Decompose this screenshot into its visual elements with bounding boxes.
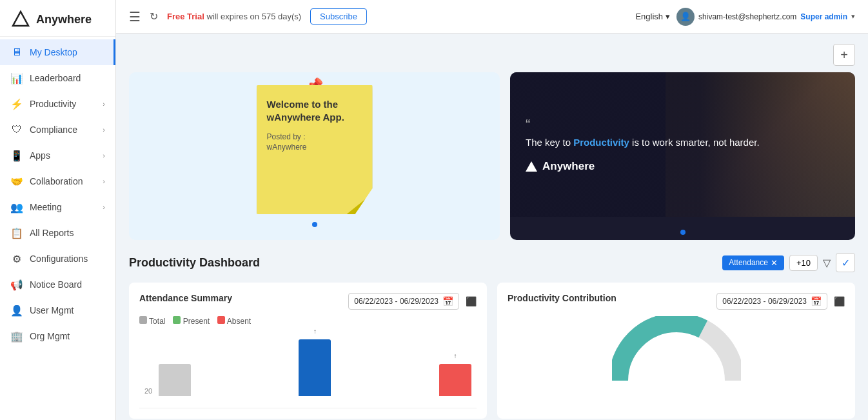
filter-tag-close[interactable]: ✕: [771, 258, 778, 268]
attendance-filter-tag[interactable]: Attendance ✕: [722, 255, 784, 270]
export-icon[interactable]: ⬛: [834, 296, 845, 306]
chevron-right-icon: ›: [103, 126, 105, 134]
apply-filter-button[interactable]: ✓: [836, 253, 855, 272]
legend-dot-present: [173, 316, 181, 324]
sidebar-item-label: My Desktop: [30, 47, 103, 57]
sidebar-item-apps[interactable]: 📱 Apps ›: [0, 143, 115, 168]
sidebar-item-leaderboard[interactable]: 📊 Leaderboard: [0, 65, 115, 91]
sidebar-item-label: Collaboration: [30, 176, 96, 186]
sticky-note: Welcome to the wAnywhere App. Posted by …: [257, 85, 373, 214]
avatar: 👤: [676, 8, 695, 26]
carousel-dot[interactable]: [680, 230, 686, 235]
user-email: shivam-test@shephertz.com: [698, 12, 796, 21]
chevron-down-icon: ▾: [666, 12, 670, 21]
productivity-icon: ⚡: [10, 97, 23, 110]
bar-chart-area: 20 ↑ ↑: [139, 331, 477, 408]
check-icon: ✓: [842, 257, 850, 269]
subscribe-button[interactable]: Subscribe: [310, 8, 367, 25]
sidebar-item-all-reports[interactable]: 📋 All Reports: [0, 220, 115, 246]
sidebar-item-label: User Mgmt: [30, 305, 105, 315]
notice-icon: 📢: [10, 278, 23, 291]
svg-marker-0: [13, 12, 28, 26]
carousel-dot[interactable]: [312, 222, 317, 227]
header: ☰ ↻ Free Trial will expires on 575 day(s…: [116, 0, 868, 34]
attendance-summary-card: Attendance Summary 06/22/2023 - 06/29/20…: [129, 283, 487, 419]
sidebar-item-compliance[interactable]: 🛡 Compliance ›: [0, 117, 115, 143]
attendance-date-range[interactable]: 06/22/2023 - 06/29/2023 📅: [348, 293, 459, 310]
sticky-author: wAnywhere: [267, 143, 362, 152]
sidebar-nav: 🖥 My Desktop 📊 Leaderboard ⚡ Productivit…: [0, 37, 115, 420]
panels-row: 📌 Welcome to the wAnywhere App. Posted b…: [129, 72, 855, 240]
sidebar-item-label: Productivity: [30, 99, 96, 109]
attendance-date-value: 06/22/2023 - 06/29/2023: [354, 297, 439, 306]
productivity-chart-title: Productivity Contribution: [508, 293, 616, 303]
sidebar-item-label: Notice Board: [30, 279, 105, 290]
legend-item-present: Present: [173, 316, 210, 326]
sidebar-item-label: Leaderboard: [30, 73, 105, 83]
menu-icon[interactable]: ☰: [129, 9, 141, 25]
sidebar-item-user-mgmt[interactable]: 👤 User Mgmt: [0, 297, 115, 323]
content-area: + 📌 Welcome to the wAnywhere App. Posted…: [116, 34, 868, 420]
language-label: English: [635, 12, 663, 21]
sticky-posted-by: Posted by :: [267, 132, 362, 141]
bar-group-3: ↑: [371, 364, 471, 396]
bar-total: [159, 364, 191, 396]
app-logo-text: Anywhere: [36, 13, 92, 26]
quote-open-mark: “: [526, 116, 840, 133]
sidebar-item-productivity[interactable]: ⚡ Productivity ›: [0, 91, 115, 117]
filter-more-count[interactable]: +10: [789, 255, 818, 271]
dashboard-title: Productivity Dashboard: [129, 256, 260, 270]
charts-row: Attendance Summary 06/22/2023 - 06/29/20…: [129, 283, 855, 419]
sidebar-item-meeting[interactable]: 👥 Meeting ›: [0, 194, 115, 220]
quote-text: The key to Productivity is to work smart…: [526, 135, 840, 150]
add-widget-button[interactable]: +: [833, 44, 855, 66]
bar-group-1: [159, 364, 259, 396]
legend-dot-total: [139, 316, 147, 324]
refresh-icon[interactable]: ↻: [150, 10, 158, 23]
chevron-right-icon: ›: [103, 177, 105, 185]
filter-tag-label: Attendance: [729, 258, 768, 267]
free-trial-label: Free Trial: [167, 12, 204, 21]
sidebar-item-collaboration[interactable]: 🤝 Collaboration ›: [0, 168, 115, 194]
donut-chart-area: [508, 316, 845, 387]
header-right: English ▾ 👤 shivam-test@shephertz.com Su…: [635, 8, 855, 26]
filter-icon[interactable]: ▽: [823, 257, 831, 269]
legend-item-absent: Absent: [217, 316, 251, 326]
desktop-icon: 🖥: [10, 46, 23, 59]
export-icon[interactable]: ⬛: [466, 296, 477, 306]
sidebar-item-label: Apps: [30, 150, 96, 161]
legend-dot-absent: [217, 316, 225, 324]
sidebar-item-label: Org Mgmt: [30, 331, 105, 341]
calendar-icon[interactable]: 📅: [442, 296, 453, 306]
sidebar-item-label: Configurations: [30, 254, 105, 264]
y-axis-label: 20: [144, 387, 152, 395]
quote-carousel-dots: [680, 217, 686, 240]
sticky-note-container: 📌 Welcome to the wAnywhere App. Posted b…: [257, 85, 373, 214]
sidebar-item-configurations[interactable]: ⚙ Configurations: [0, 246, 115, 272]
sidebar-item-my-desktop[interactable]: 🖥 My Desktop: [0, 39, 115, 65]
productivity-date-range[interactable]: 06/22/2023 - 06/29/2023 📅: [716, 293, 827, 310]
free-trial-text: Free Trial will expires on 575 day(s): [167, 12, 301, 21]
reports-icon: 📋: [10, 226, 23, 239]
quote-text-before: The key to: [526, 137, 573, 148]
org-icon: 🏢: [10, 330, 23, 343]
bar-group-2: ↑: [264, 339, 365, 396]
bar-absent: ↑: [439, 364, 471, 396]
welcome-panel: 📌 Welcome to the wAnywhere App. Posted b…: [129, 72, 500, 240]
attendance-chart-title: Attendance Summary: [139, 293, 232, 303]
quote-overlay: “ The key to Productivity is to work sma…: [510, 72, 855, 217]
sidebar: Anywhere 🖥 My Desktop 📊 Leaderboard ⚡ Pr…: [0, 0, 116, 420]
sidebar-item-notice-board[interactable]: 📢 Notice Board: [0, 272, 115, 297]
calendar-icon[interactable]: 📅: [811, 296, 822, 306]
sidebar-item-org-mgmt[interactable]: 🏢 Org Mgmt: [0, 323, 115, 349]
quote-highlight: Productivity: [573, 137, 629, 148]
donut-chart-svg: [612, 316, 741, 387]
sticky-note-title: Welcome to the wAnywhere App.: [267, 98, 362, 123]
sidebar-item-label: Meeting: [30, 202, 96, 212]
leaderboard-icon: 📊: [10, 72, 23, 85]
dashboard-header: Productivity Dashboard Attendance ✕ +10 …: [129, 253, 855, 272]
user-dropdown-icon[interactable]: ▾: [851, 12, 855, 21]
bar-present: ↑: [299, 339, 331, 396]
app-logo-icon: [10, 9, 31, 30]
language-selector[interactable]: English ▾: [635, 12, 670, 21]
